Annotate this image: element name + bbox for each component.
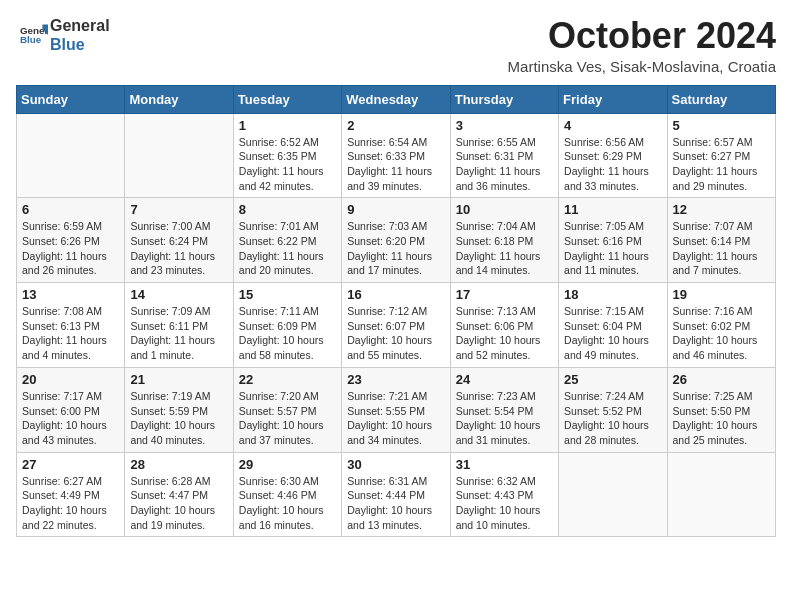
calendar-cell: 1Sunrise: 6:52 AM Sunset: 6:35 PM Daylig… (233, 113, 341, 198)
calendar-cell: 17Sunrise: 7:13 AM Sunset: 6:06 PM Dayli… (450, 283, 558, 368)
day-info: Sunrise: 6:54 AM Sunset: 6:33 PM Dayligh… (347, 135, 444, 194)
page-header: General Blue General Blue October 2024 M… (16, 16, 776, 75)
location-title: Martinska Ves, Sisak-Moslavina, Croatia (508, 58, 776, 75)
day-number: 11 (564, 202, 661, 217)
calendar-table: SundayMondayTuesdayWednesdayThursdayFrid… (16, 85, 776, 538)
calendar-cell: 11Sunrise: 7:05 AM Sunset: 6:16 PM Dayli… (559, 198, 667, 283)
day-number: 31 (456, 457, 553, 472)
calendar-cell: 24Sunrise: 7:23 AM Sunset: 5:54 PM Dayli… (450, 367, 558, 452)
calendar-cell: 26Sunrise: 7:25 AM Sunset: 5:50 PM Dayli… (667, 367, 775, 452)
day-info: Sunrise: 7:24 AM Sunset: 5:52 PM Dayligh… (564, 389, 661, 448)
day-number: 2 (347, 118, 444, 133)
calendar-cell: 29Sunrise: 6:30 AM Sunset: 4:46 PM Dayli… (233, 452, 341, 537)
day-number: 6 (22, 202, 119, 217)
calendar-cell: 13Sunrise: 7:08 AM Sunset: 6:13 PM Dayli… (17, 283, 125, 368)
calendar-cell (125, 113, 233, 198)
calendar-cell: 31Sunrise: 6:32 AM Sunset: 4:43 PM Dayli… (450, 452, 558, 537)
calendar-cell: 15Sunrise: 7:11 AM Sunset: 6:09 PM Dayli… (233, 283, 341, 368)
title-block: October 2024 Martinska Ves, Sisak-Moslav… (508, 16, 776, 75)
day-info: Sunrise: 6:28 AM Sunset: 4:47 PM Dayligh… (130, 474, 227, 533)
day-number: 22 (239, 372, 336, 387)
logo-blue-text: Blue (50, 36, 85, 53)
day-number: 14 (130, 287, 227, 302)
day-number: 9 (347, 202, 444, 217)
calendar-cell: 25Sunrise: 7:24 AM Sunset: 5:52 PM Dayli… (559, 367, 667, 452)
day-number: 8 (239, 202, 336, 217)
day-number: 17 (456, 287, 553, 302)
calendar-week-3: 13Sunrise: 7:08 AM Sunset: 6:13 PM Dayli… (17, 283, 776, 368)
day-info: Sunrise: 7:20 AM Sunset: 5:57 PM Dayligh… (239, 389, 336, 448)
calendar-cell: 30Sunrise: 6:31 AM Sunset: 4:44 PM Dayli… (342, 452, 450, 537)
calendar-cell: 22Sunrise: 7:20 AM Sunset: 5:57 PM Dayli… (233, 367, 341, 452)
calendar-cell: 21Sunrise: 7:19 AM Sunset: 5:59 PM Dayli… (125, 367, 233, 452)
calendar-cell: 7Sunrise: 7:00 AM Sunset: 6:24 PM Daylig… (125, 198, 233, 283)
calendar-week-2: 6Sunrise: 6:59 AM Sunset: 6:26 PM Daylig… (17, 198, 776, 283)
month-title: October 2024 (508, 16, 776, 56)
day-number: 3 (456, 118, 553, 133)
day-info: Sunrise: 6:32 AM Sunset: 4:43 PM Dayligh… (456, 474, 553, 533)
day-info: Sunrise: 7:03 AM Sunset: 6:20 PM Dayligh… (347, 219, 444, 278)
day-info: Sunrise: 7:09 AM Sunset: 6:11 PM Dayligh… (130, 304, 227, 363)
calendar-week-1: 1Sunrise: 6:52 AM Sunset: 6:35 PM Daylig… (17, 113, 776, 198)
calendar-cell: 19Sunrise: 7:16 AM Sunset: 6:02 PM Dayli… (667, 283, 775, 368)
day-number: 23 (347, 372, 444, 387)
calendar-cell: 5Sunrise: 6:57 AM Sunset: 6:27 PM Daylig… (667, 113, 775, 198)
logo-icon: General Blue (20, 21, 48, 49)
day-number: 10 (456, 202, 553, 217)
day-number: 7 (130, 202, 227, 217)
day-number: 24 (456, 372, 553, 387)
day-number: 19 (673, 287, 770, 302)
day-info: Sunrise: 6:55 AM Sunset: 6:31 PM Dayligh… (456, 135, 553, 194)
day-number: 21 (130, 372, 227, 387)
day-number: 4 (564, 118, 661, 133)
calendar-header-row: SundayMondayTuesdayWednesdayThursdayFrid… (17, 85, 776, 113)
day-info: Sunrise: 6:30 AM Sunset: 4:46 PM Dayligh… (239, 474, 336, 533)
calendar-cell: 6Sunrise: 6:59 AM Sunset: 6:26 PM Daylig… (17, 198, 125, 283)
day-number: 1 (239, 118, 336, 133)
calendar-week-5: 27Sunrise: 6:27 AM Sunset: 4:49 PM Dayli… (17, 452, 776, 537)
day-info: Sunrise: 6:27 AM Sunset: 4:49 PM Dayligh… (22, 474, 119, 533)
day-info: Sunrise: 7:05 AM Sunset: 6:16 PM Dayligh… (564, 219, 661, 278)
weekday-header-saturday: Saturday (667, 85, 775, 113)
logo: General Blue General Blue (16, 16, 110, 54)
weekday-header-wednesday: Wednesday (342, 85, 450, 113)
day-number: 18 (564, 287, 661, 302)
day-info: Sunrise: 7:04 AM Sunset: 6:18 PM Dayligh… (456, 219, 553, 278)
calendar-cell: 14Sunrise: 7:09 AM Sunset: 6:11 PM Dayli… (125, 283, 233, 368)
day-info: Sunrise: 7:07 AM Sunset: 6:14 PM Dayligh… (673, 219, 770, 278)
weekday-header-sunday: Sunday (17, 85, 125, 113)
day-info: Sunrise: 7:17 AM Sunset: 6:00 PM Dayligh… (22, 389, 119, 448)
calendar-cell (667, 452, 775, 537)
day-number: 28 (130, 457, 227, 472)
weekday-header-friday: Friday (559, 85, 667, 113)
weekday-header-monday: Monday (125, 85, 233, 113)
calendar-cell: 2Sunrise: 6:54 AM Sunset: 6:33 PM Daylig… (342, 113, 450, 198)
day-number: 13 (22, 287, 119, 302)
day-info: Sunrise: 7:12 AM Sunset: 6:07 PM Dayligh… (347, 304, 444, 363)
calendar-cell: 9Sunrise: 7:03 AM Sunset: 6:20 PM Daylig… (342, 198, 450, 283)
calendar-cell: 3Sunrise: 6:55 AM Sunset: 6:31 PM Daylig… (450, 113, 558, 198)
day-info: Sunrise: 7:19 AM Sunset: 5:59 PM Dayligh… (130, 389, 227, 448)
day-info: Sunrise: 6:59 AM Sunset: 6:26 PM Dayligh… (22, 219, 119, 278)
day-number: 26 (673, 372, 770, 387)
day-info: Sunrise: 7:11 AM Sunset: 6:09 PM Dayligh… (239, 304, 336, 363)
calendar-cell (559, 452, 667, 537)
calendar-cell: 12Sunrise: 7:07 AM Sunset: 6:14 PM Dayli… (667, 198, 775, 283)
day-number: 25 (564, 372, 661, 387)
day-info: Sunrise: 6:57 AM Sunset: 6:27 PM Dayligh… (673, 135, 770, 194)
weekday-header-thursday: Thursday (450, 85, 558, 113)
calendar-cell: 28Sunrise: 6:28 AM Sunset: 4:47 PM Dayli… (125, 452, 233, 537)
day-info: Sunrise: 7:08 AM Sunset: 6:13 PM Dayligh… (22, 304, 119, 363)
day-number: 20 (22, 372, 119, 387)
day-number: 12 (673, 202, 770, 217)
calendar-cell: 8Sunrise: 7:01 AM Sunset: 6:22 PM Daylig… (233, 198, 341, 283)
calendar-cell (17, 113, 125, 198)
calendar-cell: 27Sunrise: 6:27 AM Sunset: 4:49 PM Dayli… (17, 452, 125, 537)
calendar-cell: 16Sunrise: 7:12 AM Sunset: 6:07 PM Dayli… (342, 283, 450, 368)
day-info: Sunrise: 7:21 AM Sunset: 5:55 PM Dayligh… (347, 389, 444, 448)
day-info: Sunrise: 6:56 AM Sunset: 6:29 PM Dayligh… (564, 135, 661, 194)
day-info: Sunrise: 7:25 AM Sunset: 5:50 PM Dayligh… (673, 389, 770, 448)
day-number: 15 (239, 287, 336, 302)
day-info: Sunrise: 7:01 AM Sunset: 6:22 PM Dayligh… (239, 219, 336, 278)
day-info: Sunrise: 6:52 AM Sunset: 6:35 PM Dayligh… (239, 135, 336, 194)
